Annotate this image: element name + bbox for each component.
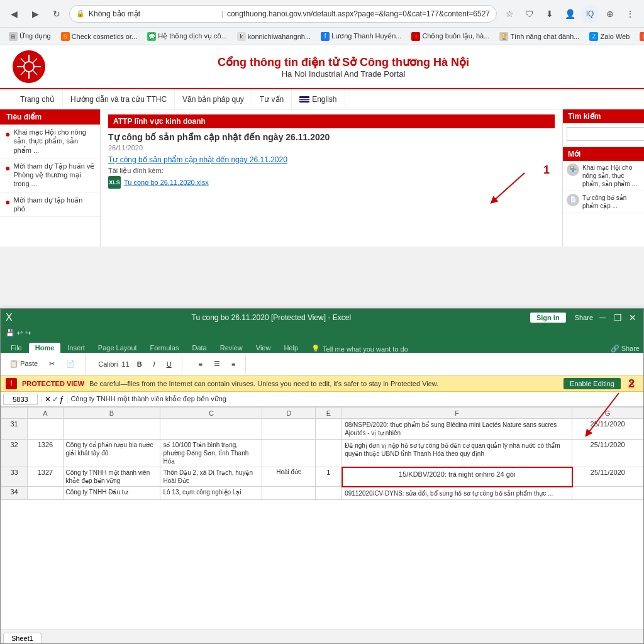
extension1-button[interactable]: IQ <box>581 5 599 23</box>
cell-32d[interactable] <box>262 440 315 467</box>
insert-function-button[interactable]: ƒ <box>60 395 64 404</box>
cell-31c[interactable] <box>160 419 262 440</box>
cell-33c[interactable]: Thôn Dậu 2, xã Di Trạch, huyện Hoài Đức <box>160 467 262 487</box>
shield-button[interactable]: 🛡 <box>521 5 538 23</box>
cell-32g[interactable]: 25/11/2020 <box>572 440 643 467</box>
cell-31a[interactable] <box>28 419 63 440</box>
cell-33e[interactable]: 1 <box>315 467 341 487</box>
restore-button[interactable]: ❐ <box>612 312 623 323</box>
cell-33g[interactable]: 25/11/2020 <box>572 467 643 487</box>
ribbon-tab-page-layout[interactable]: Page Layout <box>92 343 143 353</box>
italic-button[interactable]: I <box>150 359 159 369</box>
forward-button[interactable]: ▶ <box>26 5 44 23</box>
sidebar-item-3[interactable]: ● Mời tham dự tập huấn phó <box>0 192 100 218</box>
cell-32e[interactable] <box>315 440 341 467</box>
bookmark-luong[interactable]: f Lương Thanh Huyền... <box>317 31 405 42</box>
close-button[interactable]: ✕ <box>627 312 638 323</box>
bookmark-chong[interactable]: ! Chống buôn lậu, hà... <box>408 31 493 42</box>
nav-huong-dan[interactable]: Hướng dẫn và tra cứu TTHC <box>63 89 175 109</box>
download-button[interactable]: ⬇ <box>541 5 558 23</box>
nav-english[interactable]: English <box>292 89 345 109</box>
cell-32a[interactable]: 1326 <box>28 440 63 467</box>
cell-33a[interactable]: 1327 <box>28 467 63 487</box>
col-header-a[interactable]: A <box>28 408 63 419</box>
align-right-button[interactable]: ≡ <box>228 359 239 369</box>
confirm-formula-button[interactable]: ✓ <box>52 395 58 404</box>
cancel-formula-button[interactable]: ✕ <box>45 395 51 404</box>
bookmark-cosmetics[interactable]: S Check cosmetics or... <box>57 31 142 42</box>
cell-33b[interactable]: Công ty TNHH một thành viên khỏe đẹp bền… <box>63 467 160 487</box>
cell-32f[interactable]: Đề nghị đơn vị nộp hồ sơ tự công bố đến … <box>342 440 572 467</box>
attachment-link[interactable]: XLS Tu cong bo 26.11.2020.xlsx <box>108 176 555 189</box>
bookmark-konni[interactable]: k konnichiwahangnh... <box>233 31 314 42</box>
tell-me-box[interactable]: 💡 Tell me what you want to do <box>311 345 408 353</box>
cell-31f[interactable]: 08/NSPĐ/2020: thực phẩm bổ sung Blédina … <box>342 419 572 440</box>
cell-32b[interactable]: Công ty cổ phần rượu bia nước giải khát … <box>63 440 160 467</box>
cell-31b[interactable] <box>63 419 160 440</box>
cell-31e[interactable] <box>315 419 341 440</box>
new-item-1[interactable]: 🏪 Khai mạc Hội cho nông sản, thực phẩm, … <box>563 161 644 191</box>
ribbon-tab-formulas[interactable]: Formulas <box>144 343 186 353</box>
nav-tu-van[interactable]: Tư vấn <box>252 89 292 109</box>
cell-31g[interactable]: 25/11/2020 <box>572 419 643 440</box>
underline-button[interactable]: U <box>163 359 175 369</box>
sheet-tab-1[interactable]: Sheet1 <box>3 633 42 643</box>
profile-button[interactable]: 👤 <box>561 5 579 23</box>
share-ribbon-btn[interactable]: 🔗 Share <box>611 345 640 353</box>
article-link[interactable]: Tự công bố sản phẩm cập nhật đến ngày 26… <box>108 155 555 164</box>
menu-button[interactable]: ⋮ <box>621 5 639 23</box>
cell-34b[interactable]: Công ty TNHH Đầu tư <box>63 487 160 500</box>
cell-34f[interactable]: 09112020/CV-DYNS: sửa đổi, bổ sung hồ sơ… <box>342 487 572 500</box>
cell-reference-box[interactable] <box>3 394 38 405</box>
back-button[interactable]: ◀ <box>5 5 23 23</box>
redo-quick-btn[interactable]: ↪ <box>25 329 31 337</box>
col-header-c[interactable]: C <box>160 408 262 419</box>
col-header-f[interactable]: F <box>342 408 572 419</box>
cell-33d[interactable]: Hoài đức <box>262 467 315 487</box>
bold-button[interactable]: B <box>133 359 146 369</box>
bookmark-shopee[interactable]: S Shopee|Ứng dụng... <box>636 31 644 42</box>
cell-34d[interactable] <box>262 487 315 500</box>
search-input[interactable] <box>567 127 644 141</box>
col-header-d[interactable]: D <box>262 408 315 419</box>
cell-31d[interactable] <box>262 419 315 440</box>
cut-button[interactable]: ✂ <box>45 358 58 369</box>
ribbon-tab-data[interactable]: Data <box>186 343 213 353</box>
address-bar[interactable]: 🔒 Không bảo mật | congthuong.hanoi.gov.v… <box>69 5 497 23</box>
bookmark-tinh[interactable]: 🏆 Tính năng chat đành... <box>496 31 583 42</box>
cell-32c[interactable]: số 10/100 Trần bình trọng, phường Đồng S… <box>160 440 262 467</box>
copy-button[interactable]: 📄 <box>62 358 79 369</box>
ribbon-tab-home[interactable]: Home <box>29 343 61 353</box>
enable-editing-button[interactable]: Enable Editing <box>564 378 621 389</box>
extension2-button[interactable]: ⊕ <box>601 5 619 23</box>
bookmark-zalo[interactable]: Z Zalo Web <box>586 31 633 42</box>
cell-34e[interactable] <box>315 487 341 500</box>
col-header-b[interactable]: B <box>63 408 160 419</box>
ribbon-tab-file[interactable]: File <box>4 343 28 353</box>
save-quick-btn[interactable]: 💾 <box>6 329 14 337</box>
excel-sign-in-button[interactable]: Sign in <box>530 313 566 323</box>
nav-trang-chu[interactable]: Trang chủ <box>13 89 63 109</box>
ribbon-tab-insert[interactable]: Insert <box>61 343 91 353</box>
refresh-button[interactable]: ↻ <box>48 5 65 23</box>
undo-quick-btn[interactable]: ↩ <box>17 329 23 337</box>
paste-button[interactable]: 📋 Paste <box>6 358 42 369</box>
sidebar-item-1[interactable]: ● Khai mạc Hội cho nông sản, thực phẩm, … <box>0 125 100 158</box>
col-header-g[interactable]: G <box>572 408 643 419</box>
new-item-2[interactable]: 📄 Tự công bố sản phẩm cập ... <box>563 191 644 213</box>
ribbon-tab-view[interactable]: View <box>250 343 277 353</box>
bookmark-htdv[interactable]: 💬 Hệ thống dịch vụ cô... <box>143 31 231 42</box>
cell-34c[interactable]: Lô 13, cụm công nghiệp Lại <box>160 487 262 500</box>
cell-33f[interactable]: 15/KDBV/2020: trà night orihiro 24 gói <box>342 467 572 487</box>
nav-van-ban[interactable]: Văn bản pháp quy <box>175 89 252 109</box>
minimize-button[interactable]: ─ <box>597 312 608 323</box>
bookmark-apps[interactable]: ⊞ Ứng dụng <box>5 31 55 42</box>
ribbon-tab-review[interactable]: Review <box>214 343 249 353</box>
align-left-button[interactable]: ≡ <box>195 359 206 369</box>
cell-34a[interactable] <box>28 487 63 500</box>
cell-34g[interactable] <box>572 487 643 500</box>
sidebar-item-2[interactable]: ● Mời tham dự Tập huấn về Phòng vệ thươn… <box>0 158 100 192</box>
align-center-button[interactable]: ☰ <box>210 358 224 369</box>
ribbon-tab-help[interactable]: Help <box>277 343 304 353</box>
bookmark-star-button[interactable]: ☆ <box>501 5 518 23</box>
